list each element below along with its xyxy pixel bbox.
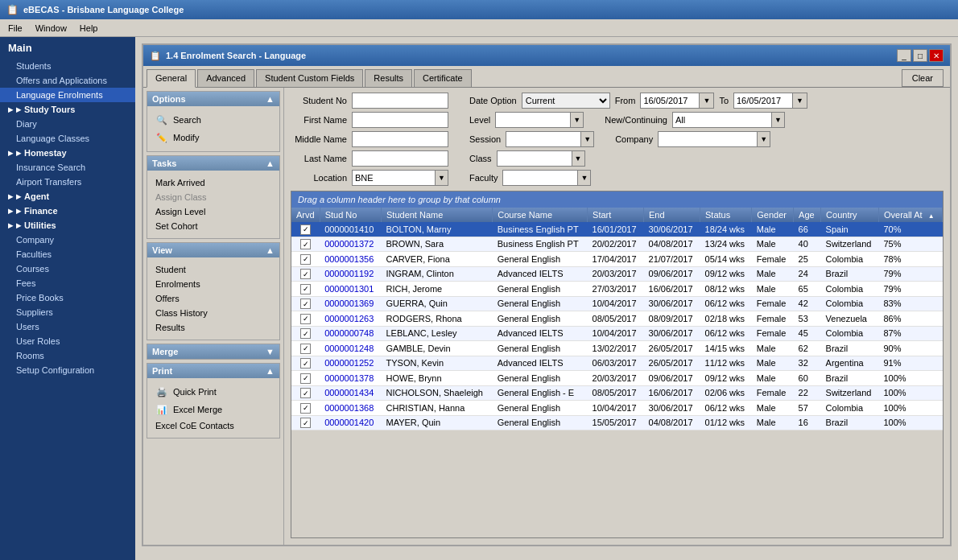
sidebar-item-utilities[interactable]: ▶Utilities: [0, 218, 135, 233]
table-row[interactable]: 0000001372 BROWN, Sara Business English …: [291, 237, 943, 252]
table-row[interactable]: 0000001263 RODGERS, Rhona General Englis…: [291, 311, 943, 327]
faculty-input[interactable]: [503, 171, 577, 185]
row-checkbox-cell[interactable]: [291, 401, 320, 416]
sidebar-item-students[interactable]: Students: [0, 59, 135, 73]
row-checkbox[interactable]: [300, 358, 311, 369]
row-checkbox-cell[interactable]: [291, 341, 320, 356]
company-input[interactable]: [659, 132, 757, 146]
middle-name-input[interactable]: [352, 131, 448, 147]
sidebar-item-language-enrolments[interactable]: Language Enrolments: [0, 88, 135, 102]
table-row[interactable]: 0000001368 CHRISTIAN, Hanna General Engl…: [291, 401, 943, 416]
col-country[interactable]: Country: [821, 208, 879, 222]
table-row[interactable]: 0000001252 TYSON, Kevin Advanced IELTS 0…: [291, 356, 943, 371]
col-overall[interactable]: Overall At ▲: [878, 208, 942, 222]
panel-item-excel-merge[interactable]: 📊 Excel Merge: [152, 401, 275, 418]
sidebar-item-user-roles[interactable]: User Roles: [0, 334, 135, 348]
to-date-picker-button[interactable]: ▼: [792, 93, 807, 108]
date-option-select[interactable]: CurrentAllPastFuture: [522, 93, 610, 109]
row-checkbox-cell[interactable]: [291, 326, 320, 341]
col-arvd[interactable]: Arvd: [291, 208, 320, 222]
location-input[interactable]: [353, 171, 435, 185]
panel-item-excel-coe-contacts[interactable]: Excel CoE Contacts: [152, 418, 275, 433]
panel-item-modify[interactable]: ✏️ Modify: [152, 129, 275, 146]
tab-student-custom-fields[interactable]: Student Custom Fields: [256, 69, 363, 87]
panel-section-view-header[interactable]: View ▲: [147, 243, 279, 257]
sidebar-item-company[interactable]: Company: [0, 233, 135, 247]
menu-window[interactable]: Window: [31, 22, 72, 35]
table-row[interactable]: 0000001248 GAMBLE, Devin General English…: [291, 341, 943, 356]
table-row[interactable]: 0000001192 INGRAM, Clinton Advanced IELT…: [291, 266, 943, 282]
sidebar-item-homestay[interactable]: ▶Homestay: [0, 146, 135, 160]
menu-help[interactable]: Help: [75, 22, 103, 35]
sidebar-item-users[interactable]: Users: [0, 319, 135, 334]
row-checkbox[interactable]: [300, 224, 311, 235]
row-checkbox[interactable]: [300, 299, 311, 309]
sidebar-item-diary[interactable]: Diary: [0, 117, 135, 131]
row-checkbox-cell[interactable]: [291, 385, 320, 401]
row-checkbox-cell[interactable]: [291, 237, 320, 252]
row-checkbox-cell[interactable]: [291, 311, 320, 327]
level-dropdown-button[interactable]: ▼: [570, 113, 583, 127]
from-date-input[interactable]: [641, 93, 699, 108]
dialog-maximize-button[interactable]: □: [913, 49, 927, 62]
tab-results[interactable]: Results: [365, 69, 412, 87]
student-no-input[interactable]: [352, 93, 448, 109]
sidebar-item-insurance-search[interactable]: Insurance Search: [0, 160, 135, 175]
row-checkbox[interactable]: [300, 239, 311, 249]
sidebar-item-finance[interactable]: ▶Finance: [0, 204, 135, 218]
row-checkbox-cell[interactable]: [291, 282, 320, 297]
tab-general[interactable]: General: [147, 69, 196, 88]
sidebar-item-airport-transfers[interactable]: Airport Transfers: [0, 175, 135, 189]
dialog-minimize-button[interactable]: _: [897, 49, 911, 62]
new-continuing-dropdown-button[interactable]: ▼: [771, 113, 784, 127]
grid-table-wrap[interactable]: Arvd Stud No Student Name Course Name St…: [291, 208, 943, 537]
col-end[interactable]: End: [644, 208, 700, 222]
sidebar-item-language-classes[interactable]: Language Classes: [0, 131, 135, 146]
col-age[interactable]: Age: [794, 208, 821, 222]
sidebar-item-faculties[interactable]: Faculties: [0, 247, 135, 261]
menu-file[interactable]: File: [3, 22, 27, 35]
tab-certificate[interactable]: Certificate: [414, 69, 472, 87]
sidebar-item-price-books[interactable]: Price Books: [0, 290, 135, 305]
table-row[interactable]: 0000001410 BOLTON, Marny Business Englis…: [291, 222, 943, 237]
col-stud-no[interactable]: Stud No: [320, 208, 381, 222]
row-checkbox[interactable]: [300, 284, 311, 294]
clear-button[interactable]: Clear: [902, 69, 944, 87]
row-checkbox[interactable]: [300, 254, 311, 265]
panel-item-set-cohort[interactable]: Set Cohort: [152, 219, 275, 233]
panel-item-quick-print[interactable]: 🖨️ Quick Print: [152, 383, 275, 401]
panel-item-assign-class[interactable]: Assign Class: [152, 190, 275, 204]
panel-item-offers[interactable]: Offers: [152, 291, 275, 306]
table-row[interactable]: 0000001420 MAYER, Quin General English 1…: [291, 415, 943, 430]
panel-section-merge-header[interactable]: Merge ▼: [147, 344, 279, 359]
table-row[interactable]: 0000001356 CARVER, Fiona General English…: [291, 252, 943, 267]
class-dropdown-button[interactable]: ▼: [572, 151, 584, 166]
panel-item-class-history[interactable]: Class History: [152, 306, 275, 320]
new-continuing-input[interactable]: [673, 113, 771, 127]
panel-item-mark-arrived[interactable]: Mark Arrived: [152, 175, 275, 190]
row-checkbox[interactable]: [300, 373, 311, 384]
panel-item-student[interactable]: Student: [152, 262, 275, 277]
to-date-input[interactable]: [734, 93, 792, 108]
from-date-picker-button[interactable]: ▼: [699, 93, 713, 108]
level-input[interactable]: [496, 113, 570, 127]
tab-advanced[interactable]: Advanced: [197, 69, 254, 87]
col-gender[interactable]: Gender: [752, 208, 794, 222]
row-checkbox-cell[interactable]: [291, 222, 320, 237]
row-checkbox[interactable]: [300, 344, 311, 354]
sidebar-item-offers[interactable]: Offers and Applications: [0, 73, 135, 88]
sidebar-item-rooms[interactable]: Rooms: [0, 348, 135, 363]
row-checkbox-cell[interactable]: [291, 371, 320, 386]
sidebar-item-fees[interactable]: Fees: [0, 276, 135, 290]
row-checkbox[interactable]: [300, 403, 311, 414]
class-input[interactable]: [498, 151, 572, 166]
company-dropdown-button[interactable]: ▼: [757, 132, 770, 146]
table-row[interactable]: 0000001301 RICH, Jerome General English …: [291, 282, 943, 297]
first-name-input[interactable]: [352, 112, 448, 128]
session-dropdown-button[interactable]: ▼: [580, 132, 593, 146]
location-dropdown-button[interactable]: ▼: [435, 171, 448, 185]
row-checkbox-cell[interactable]: [291, 415, 320, 430]
sidebar-item-agent[interactable]: ▶Agent: [0, 189, 135, 204]
table-row[interactable]: 0000000748 LEBLANC, Lesley Advanced IELT…: [291, 326, 943, 341]
row-checkbox[interactable]: [300, 314, 311, 324]
